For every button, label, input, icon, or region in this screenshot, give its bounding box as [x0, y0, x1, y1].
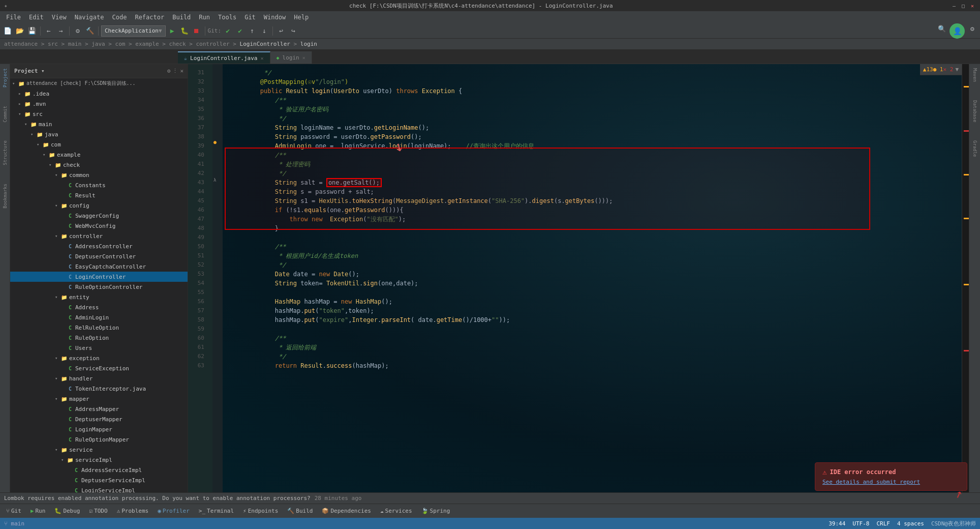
tree-item-ruleoptioncontroller[interactable]: ▸CRuleOptionController	[10, 282, 188, 292]
toolbar-run[interactable]: ▶	[167, 25, 178, 37]
bottom-terminal-btn[interactable]: >_ Terminal	[195, 506, 238, 516]
bottom-debug-btn[interactable]: 🐛 Debug	[50, 506, 84, 516]
tree-item-tokeninterceptor.java[interactable]: ▸CTokenInterceptor.java	[10, 384, 188, 394]
tree-item-loginmapper[interactable]: ▸CLoginMapper	[10, 424, 188, 434]
bottom-profiler-btn[interactable]: ◉ Profiler	[154, 506, 194, 516]
menu-item-window[interactable]: Window	[260, 13, 290, 22]
tree-item-deptusercontroller[interactable]: ▸CDeptuserController	[10, 251, 188, 261]
menu-item-help[interactable]: Help	[290, 13, 313, 22]
toolbar-redo[interactable]: ↪	[288, 25, 299, 37]
menu-item-git[interactable]: Git	[240, 13, 260, 22]
bottom-services-btn[interactable]: ☁ Services	[376, 506, 416, 516]
menu-item-navigate[interactable]: Navigate	[71, 13, 108, 22]
sidebar-tab-commit[interactable]: Commit	[3, 106, 8, 123]
menu-item-code[interactable]: Code	[108, 13, 131, 22]
tree-item-result[interactable]: ▸CResult	[10, 190, 188, 200]
tree-item-swaggerconfig[interactable]: ▸CSwaggerConfig	[10, 211, 188, 221]
toolbar-git-checkmark2[interactable]: ✔	[234, 25, 246, 37]
menu-item-refactor[interactable]: Refactor	[131, 13, 168, 22]
toolbar-back[interactable]: ←	[43, 25, 54, 37]
close-tab2-icon[interactable]: ✕	[302, 55, 305, 61]
right-tab-gradle[interactable]: Gradle	[972, 140, 977, 157]
tree-item-ruleoptionmapper[interactable]: ▸CRuleOptionMapper	[10, 434, 188, 445]
tree-item-java[interactable]: ▾📁java	[10, 129, 188, 139]
tree-item-adminlogin[interactable]: ▸CAdminLogin	[10, 312, 188, 322]
sidebar-tab-project[interactable]: Project	[3, 68, 8, 87]
bottom-problems-btn[interactable]: ⚠ Problems	[113, 506, 153, 516]
sidebar-expand-icon[interactable]: ✕	[180, 68, 183, 74]
tree-item-controller[interactable]: ▾📁controller	[10, 231, 188, 241]
tree-item-addressmapper[interactable]: ▸CAddressMapper	[10, 404, 188, 414]
sidebar-tab-structure[interactable]: Structure	[3, 140, 8, 165]
tree-item-addresscontroller[interactable]: ▸CAddressController	[10, 241, 188, 251]
tree-item-webmvcconfig[interactable]: ▸CWebMvcConfig	[10, 221, 188, 231]
tree-item-example[interactable]: ▾📁example	[10, 150, 188, 160]
tree-item-.mvn[interactable]: ▸📁.mvn	[10, 99, 188, 109]
menu-item-edit[interactable]: Edit	[25, 13, 48, 22]
tree-item-handler[interactable]: ▾📁handler	[10, 373, 188, 384]
bottom-dependencies-btn[interactable]: 📦 Dependencies	[318, 506, 375, 516]
tree-item-logincontroller[interactable]: ▸CLoginController	[10, 272, 188, 282]
tree-item-.idea[interactable]: ▸📁.idea	[10, 89, 188, 99]
tree-item-address[interactable]: ▸CAddress	[10, 302, 188, 312]
menu-item-view[interactable]: View	[48, 13, 71, 22]
code-editor[interactable]: 3132333435363738394041424344454647484950…	[188, 64, 969, 504]
bottom-spring-btn[interactable]: 🍃 Spring	[417, 506, 454, 516]
tree-item-mapper[interactable]: ▾📁mapper	[10, 394, 188, 404]
tree-item-main[interactable]: ▾📁main	[10, 119, 188, 129]
close-tab-icon[interactable]: ✕	[260, 55, 263, 61]
tree-item-easycaptchacontroller[interactable]: ▸CEasyCaptchaController	[10, 261, 188, 272]
toolbar-search[interactable]: 🔍	[936, 23, 947, 35]
bottom-endpoints-btn[interactable]: ⚡ Endpoints	[239, 506, 282, 516]
bottom-git-btn[interactable]: ⑂ Git	[2, 506, 25, 516]
toolbar-save[interactable]: 💾	[26, 25, 38, 37]
tree-item-ruleoption[interactable]: ▸CRuleOption	[10, 333, 188, 343]
minimize-button[interactable]: —	[951, 2, 958, 9]
run-config-dropdown[interactable]: CheckApplication ▼	[101, 25, 166, 37]
tab-login-controller[interactable]: ☕ LoginController.java ✕	[178, 51, 270, 64]
close-button[interactable]: ✕	[969, 2, 976, 9]
toolbar-open[interactable]: 📂	[14, 25, 25, 37]
tree-item-deptusermapper[interactable]: ▸CDeptuserMapper	[10, 414, 188, 424]
tree-item-serviceimpl[interactable]: ▾📁serviceImpl	[10, 455, 188, 465]
tree-item-src[interactable]: ▾📁src	[10, 109, 188, 119]
tree-item-constants[interactable]: ▸CConstants	[10, 180, 188, 190]
right-tab-maven[interactable]: Maven	[972, 68, 977, 82]
toolbar-build[interactable]: 🔨	[84, 25, 96, 37]
tree-item-serviceexception[interactable]: ▸CServiceException	[10, 363, 188, 373]
toolbar-debug[interactable]: 🐛	[179, 25, 190, 37]
toolbar-undo[interactable]: ↩	[275, 25, 287, 37]
tree-item-deptuserserviceimpl[interactable]: ▸CDeptuserServiceImpl	[10, 475, 188, 485]
toolbar-stop[interactable]: ⏹	[191, 25, 202, 37]
tree-item-config[interactable]: ▾📁config	[10, 200, 188, 211]
maximize-button[interactable]: □	[960, 2, 967, 9]
tree-item-users[interactable]: ▸CUsers	[10, 343, 188, 353]
toolbar-profile[interactable]: 👤	[950, 23, 965, 39]
code-content[interactable]: */ @PostMapping(☉v"/login") public Resul…	[223, 64, 962, 504]
toolbar-new-file[interactable]: 📄	[2, 25, 13, 37]
menu-item-tools[interactable]: Tools	[214, 13, 240, 22]
tree-root[interactable]: ▾📁attendance [check] F:\CSDN项目训练...	[10, 78, 188, 89]
sidebar-tab-bookmarks[interactable]: Bookmarks	[3, 184, 8, 209]
tab-login[interactable]: ◆ login ✕	[270, 51, 312, 64]
tree-item-exception[interactable]: ▾📁exception	[10, 353, 188, 363]
toolbar-git-pull[interactable]: ↓	[259, 25, 270, 37]
sidebar-settings-icon[interactable]: ⚙	[167, 68, 171, 74]
sidebar-gear-icon[interactable]: ⋮	[172, 68, 178, 74]
menu-item-file[interactable]: File	[2, 13, 25, 22]
toolbar-forward[interactable]: →	[55, 25, 67, 37]
right-tab-database[interactable]: Database	[972, 100, 977, 122]
tree-item-com[interactable]: ▾📁com	[10, 139, 188, 150]
bottom-run-btn[interactable]: ▶ Run	[26, 506, 50, 516]
tree-item-addressserviceimpl[interactable]: ▸CAddressServiceImpl	[10, 465, 188, 475]
tree-item-entity[interactable]: ▾📁entity	[10, 292, 188, 302]
bottom-todo-btn[interactable]: ☑ TODO	[85, 506, 112, 516]
menu-item-build[interactable]: Build	[168, 13, 195, 22]
tree-item-service[interactable]: ▾📁service	[10, 445, 188, 455]
tree-item-common[interactable]: ▾📁common	[10, 170, 188, 180]
tree-item-relruleoption[interactable]: ▸CRelRuleOption	[10, 322, 188, 333]
tree-item-check[interactable]: ▾📁check	[10, 160, 188, 170]
toolbar-git-checkmark1[interactable]: ✔	[222, 25, 233, 37]
menu-item-run[interactable]: Run	[195, 13, 214, 22]
toolbar-git-push[interactable]: ↑	[247, 25, 258, 37]
